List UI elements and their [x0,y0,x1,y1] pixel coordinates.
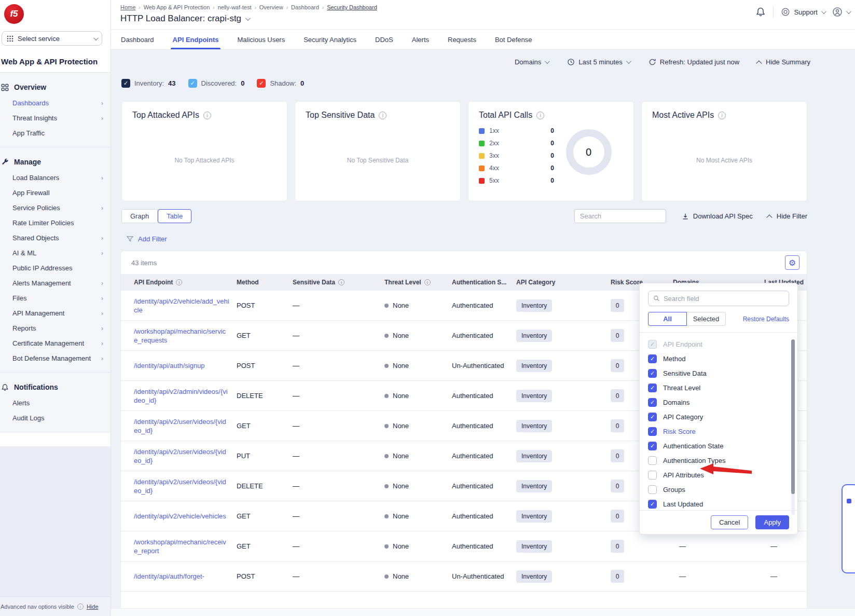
filter-all-tab[interactable]: All [648,312,687,326]
column-header[interactable]: API Category [516,279,611,286]
select-service-dropdown[interactable]: Select service [2,31,102,46]
apply-button[interactable]: Apply [755,515,789,529]
column-header[interactable]: Threat Level [384,279,452,286]
domains-dropdown[interactable]: Domains [515,58,548,66]
tab[interactable]: Dashboard [121,30,154,49]
api-endpoint-link[interactable]: /workshop/api/mechanic/receive_report [134,538,226,555]
nav-section-notifications-header[interactable]: Notifications [0,380,111,395]
checkbox-icon[interactable] [648,471,657,480]
field-search[interactable] [648,291,789,306]
info-icon[interactable] [203,112,211,119]
sidebar-nav-item[interactable]: Rate Limiter Policies › [0,215,111,230]
breadcrumb-item[interactable]: Web App & API Protection [144,4,210,10]
account-menu[interactable] [832,7,850,17]
download-api-spec-button[interactable]: Download API Spec [682,212,753,220]
sidebar-nav-item[interactable]: Load Balancers › [0,170,111,185]
sidebar-nav-item[interactable]: Certificate Management › [0,336,111,351]
checkbox-icon[interactable] [257,79,266,88]
sidebar-nav-item[interactable]: Audit Logs › [0,410,111,426]
checkbox-icon[interactable] [648,413,657,421]
checkbox-icon[interactable] [648,456,657,465]
sidebar-nav-item[interactable]: Reports › [0,321,111,336]
api-endpoint-link[interactable]: /identity/api/v2/user/videos/{video_id} [134,478,226,495]
column-header[interactable]: Method [237,279,293,286]
checkbox-icon[interactable] [648,500,657,509]
search-input[interactable] [580,212,660,220]
tab[interactable]: Requests [448,30,476,49]
checkbox-icon[interactable] [648,485,657,494]
side-panel-handle[interactable] [842,484,855,573]
tab[interactable]: Malicious Users [237,30,285,49]
checkbox-icon[interactable] [648,384,657,392]
api-endpoint-link[interactable]: /identity/api/v2/vehicle/add_vehicle [134,297,229,314]
hide-filter-button[interactable]: Hide Filter [768,212,807,220]
nav-section-overview-header[interactable]: Overview [0,80,111,95]
bell-icon[interactable] [755,6,766,18]
filter-selected-tab[interactable]: Selected [687,312,726,326]
info-icon[interactable] [176,279,182,285]
sidebar-nav-item[interactable]: Dashboards › [0,95,111,111]
checkbox-icon[interactable] [648,369,657,378]
breadcrumb-item[interactable]: nelly-waf-test [218,4,252,10]
counter-checkbox[interactable]: Shadow: 0 [257,79,304,88]
sidebar-nav-item[interactable]: Shared Objects › [0,230,111,245]
column-settings-button[interactable]: ⚙ [785,255,799,270]
api-endpoint-link[interactable]: /identity/api/v2/vehicle/vehicles [134,512,226,520]
breadcrumb-item[interactable]: Dashboard [291,4,319,10]
sidebar-nav-item[interactable]: Public IP Addresses › [0,261,111,276]
horizontal-scrollbar[interactable] [111,608,855,616]
api-endpoint-link[interactable]: /identity/api/auth/forget- [134,572,204,580]
column-toggle-item[interactable]: Sensitive Data [648,369,789,378]
checkbox-icon[interactable] [648,340,657,349]
column-toggle-item[interactable]: API Endpoint [648,340,789,349]
support-menu[interactable]: Support [781,7,825,17]
sidebar-nav-item[interactable]: Threat Insights › [0,111,111,126]
add-filter-button[interactable]: Add Filter [126,235,855,243]
column-toggle-item[interactable]: API Category [648,413,789,421]
breadcrumb-item[interactable]: Overview [259,4,283,10]
checkbox-icon[interactable] [121,79,130,88]
graph-view-button[interactable]: Graph [121,209,158,223]
sidebar-nav-item[interactable]: App Firewall › [0,185,111,200]
column-header[interactable]: Sensitive Data [293,279,384,286]
column-toggle-item[interactable]: Last Updated [648,500,789,509]
table-view-button[interactable]: Table [158,209,191,223]
popover-scrollbar-thumb[interactable] [791,339,795,494]
column-header[interactable]: API Endpoint [134,279,237,286]
breadcrumb-item[interactable]: Home [120,4,135,10]
tab[interactable]: Bot Defense [495,30,532,49]
sidebar-nav-item[interactable]: Files › [0,291,111,306]
tab[interactable]: DDoS [375,30,393,49]
column-toggle-item[interactable]: Risk Score [648,427,789,436]
time-range-dropdown[interactable]: Last 5 minutes [567,58,630,66]
column-toggle-item[interactable]: Authentication State [648,442,789,450]
table-search[interactable] [574,209,666,223]
cancel-button[interactable]: Cancel [711,515,748,529]
column-toggle-item[interactable]: Threat Level [648,384,789,392]
info-icon[interactable] [718,112,726,119]
column-toggle-item[interactable]: Domains [648,398,789,407]
sidebar-nav-item[interactable]: Service Policies › [0,200,111,215]
f5-logo[interactable]: f5 [4,4,24,24]
info-icon[interactable] [424,279,431,285]
column-toggle-item[interactable]: Groups [648,485,789,494]
counter-checkbox[interactable]: Inventory: 43 [121,79,176,88]
sidebar-nav-item[interactable]: Bot Defense Management › [0,351,111,366]
sidebar-nav-item[interactable]: AI & ML › [0,245,111,261]
checkbox-icon[interactable] [648,442,657,450]
api-endpoint-link[interactable]: /identity/api/v2/user/videos/{video_id} [134,448,226,464]
breadcrumb-item[interactable]: Security Dashboard [327,4,377,10]
info-icon[interactable] [536,112,544,119]
api-endpoint-link[interactable]: /identity/api/v2/user/videos/{video_id} [134,418,226,434]
checkbox-icon[interactable] [648,398,657,407]
tab[interactable]: Security Analytics [304,30,356,49]
sidebar-nav-item[interactable]: Alerts › [0,395,111,410]
sidebar-nav-item[interactable]: Alerts Management › [0,276,111,291]
field-search-input[interactable] [664,295,784,303]
api-endpoint-link[interactable]: /identity/api/v2/admin/videos/{video_id} [134,388,228,404]
hide-summary-button[interactable]: Hide Summary [758,58,810,66]
checkbox-icon[interactable] [648,354,657,363]
tab[interactable]: API Endpoints [173,30,219,49]
tab[interactable]: Alerts [412,30,429,49]
hide-nav-link[interactable]: Hide [87,604,99,610]
